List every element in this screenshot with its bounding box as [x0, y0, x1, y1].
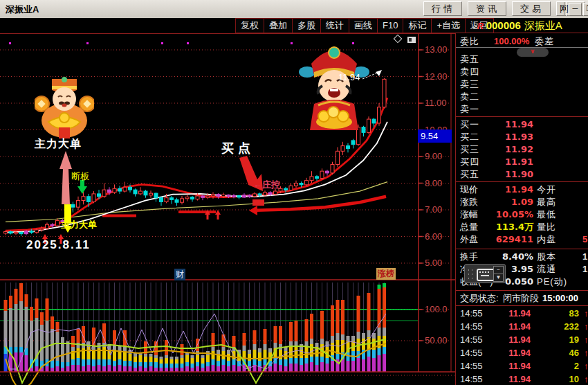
- toolbar-stats-button[interactable]: 统计: [320, 18, 349, 33]
- stock-name: 深振业A: [524, 19, 562, 31]
- info-label: 现价: [460, 183, 478, 195]
- info-value: 3.95: [511, 263, 533, 275]
- svg-text:13.00: 13.00: [425, 44, 448, 55]
- expand-button[interactable]: ▼: [493, 274, 504, 282]
- keyboard-wizard-panel[interactable]: − ▼: [464, 264, 506, 283]
- market-flag: R: [477, 21, 484, 31]
- tick-row[interactable]: 14:5511.9446↑: [456, 347, 588, 359]
- sell-level-label: 卖二: [460, 91, 479, 102]
- info-label: 外盘: [460, 233, 478, 245]
- info-label: 涨幅: [460, 208, 478, 220]
- strip-finance-tab[interactable]: 财: [174, 269, 185, 280]
- sell-row: 卖四: [456, 66, 588, 78]
- tick-direction-icon: ↑: [584, 360, 588, 372]
- info-label-2: 量比: [537, 221, 556, 233]
- weibi-row: 委比 100.00% 委差: [456, 35, 588, 47]
- info-value: 10.05%: [496, 208, 533, 220]
- buy-level-price: 11.91: [505, 156, 533, 168]
- tick-direction-icon: ↑: [584, 347, 588, 359]
- annotation-zhuangkong: ←庄控: [253, 179, 280, 191]
- restore-button[interactable]: ❐: [583, 3, 588, 16]
- svg-text:5.00: 5.00: [425, 258, 442, 268]
- quote-info-row: 换手8.40%股本1: [456, 251, 588, 262]
- buy-level-price: 11.93: [505, 131, 533, 143]
- annotation-main-force-order-2: 主力大单: [61, 219, 97, 231]
- tick-time: 14:55: [460, 347, 483, 359]
- info-value-2: 1: [582, 251, 587, 262]
- tick-row[interactable]: 14:5511.94232↑: [456, 321, 588, 332]
- trading-app-window: 深振业A 行情 资讯 交易 网站 ─ ❐ 复权 叠加 多股 统计 画线 F10 …: [0, 0, 588, 385]
- tick-price: 11.94: [508, 347, 531, 359]
- info-value: 11.94: [505, 183, 533, 195]
- tick-time: 14:55: [460, 321, 483, 332]
- buy-level-price: 11.90: [505, 168, 533, 180]
- buy-level-label: 买四: [460, 156, 479, 168]
- menu-trade-button[interactable]: 交易: [512, 1, 551, 16]
- tick-price: 11.94: [508, 321, 531, 332]
- weibi-label: 委比: [460, 35, 479, 47]
- svg-text:50.00: 50.00: [425, 335, 448, 346]
- drag-handle-dots[interactable]: [467, 268, 475, 279]
- tick-direction-icon: ↑: [584, 321, 588, 332]
- tick-time: 14:55: [460, 334, 483, 346]
- annotation-date: 2025.8.11: [26, 238, 91, 252]
- buy-level-price: 11.92: [505, 143, 533, 155]
- tick-time: 14:55: [460, 373, 483, 385]
- tick-row[interactable]: 14:5511.9483↑: [456, 307, 588, 319]
- info-label-2: 内盘: [537, 233, 556, 245]
- stock-label: R000006深振业A: [477, 19, 562, 33]
- toolbar-f10-button[interactable]: F10: [377, 18, 403, 33]
- annotation-main-force-order: 主力大单: [35, 137, 82, 152]
- svg-text:100.0: 100.0: [425, 304, 448, 314]
- weicha-label: 委差: [535, 35, 554, 47]
- sell-level-label: 卖三: [460, 78, 479, 90]
- info-label-2: 流通: [537, 263, 556, 275]
- tick-direction-icon: ↑: [584, 373, 588, 385]
- sell-row: 卖二: [456, 91, 588, 102]
- toolbar-mark-button[interactable]: 标记: [403, 18, 432, 33]
- sell-level-label: 卖五: [460, 53, 479, 65]
- annotation-duanban: 断板: [71, 170, 89, 183]
- chart-toolbar: 复权 叠加 多股 统计 画线 F10 标记 +自选 返回 R000006深振业A: [0, 18, 588, 34]
- minimize-button[interactable]: ─: [569, 3, 582, 16]
- titlebar-divider: [564, 2, 567, 16]
- info-value: 629411: [496, 233, 533, 245]
- menu-quotes-button[interactable]: 行情: [423, 1, 462, 16]
- window-titlebar: 深振业A 行情 资讯 交易 网站 ─ ❐: [0, 0, 588, 19]
- quote-info-row: 现价11.94今开: [456, 183, 588, 195]
- toolbar-fuquan-button[interactable]: 复权: [235, 18, 264, 33]
- toolbar-overlay-button[interactable]: 叠加: [264, 18, 293, 33]
- info-label: 总量: [460, 221, 478, 233]
- tick-row[interactable]: 14:5511.9419↑: [456, 334, 588, 346]
- buy-row: 买一11.94: [456, 118, 588, 130]
- info-value-2: 1: [582, 263, 587, 275]
- sell-row: 卖三: [456, 78, 588, 90]
- sell-row: 卖五: [456, 53, 588, 65]
- menu-news-button[interactable]: 资讯: [468, 1, 506, 16]
- status-time: 15:00:00: [542, 292, 578, 304]
- info-value-2: 5: [582, 233, 587, 245]
- info-value: 8.40%: [502, 251, 533, 262]
- info-label-2: 今开: [537, 183, 556, 195]
- toolbar-addwatch-button[interactable]: +自选: [431, 18, 466, 33]
- toolbar-drawline-button[interactable]: 画线: [349, 18, 378, 33]
- fortune-god-small-figure: [35, 76, 94, 138]
- tick-volume: 232: [564, 321, 579, 332]
- tick-row[interactable]: 14:5511.9410↑: [456, 373, 588, 385]
- info-label-2: 最高: [537, 196, 556, 208]
- fortune-god-large-figure: [297, 36, 371, 130]
- svg-text:12.00: 12.00: [425, 71, 448, 82]
- status-label: 交易状态:: [460, 292, 499, 304]
- info-value: 113.4万: [496, 221, 533, 233]
- weibi-value: 100.00%: [494, 35, 529, 47]
- sell-level-label: 卖一: [460, 103, 479, 115]
- sell-row: 卖一: [456, 103, 588, 115]
- toolbar-multistock-button[interactable]: 多股: [292, 18, 321, 33]
- strip-gainers-tab[interactable]: 涨榜: [376, 268, 396, 280]
- tick-price: 11.94: [508, 360, 531, 372]
- svg-text:6.00: 6.00: [425, 231, 442, 242]
- toolbar-buttons: 复权 叠加 多股 统计 画线 F10 标记 +自选 返回: [236, 18, 494, 33]
- buy-level-label: 买五: [460, 168, 479, 180]
- info-label-2: 最低: [537, 208, 556, 220]
- tick-row[interactable]: 14:5511.942↑: [456, 360, 588, 372]
